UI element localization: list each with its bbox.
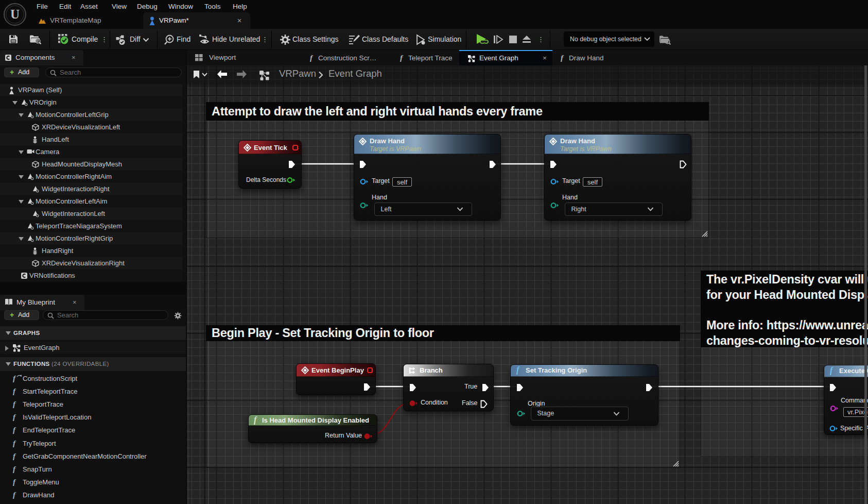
svg-text:U: U (10, 7, 20, 21)
